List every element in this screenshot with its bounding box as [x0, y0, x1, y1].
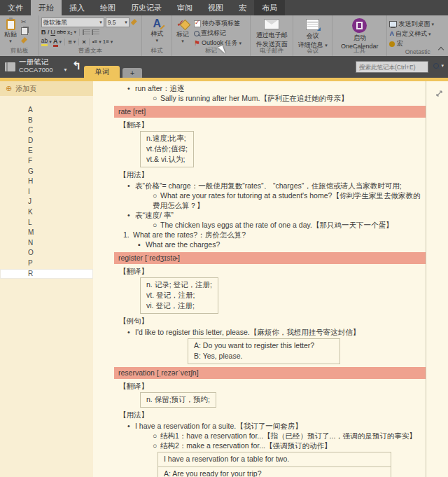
paragraph-align-icon[interactable]: ≡ — [68, 38, 72, 46]
basic-text-group-label: 普通文本 — [39, 47, 142, 55]
new-section-tab[interactable]: + — [122, 68, 142, 78]
underline-button[interactable]: U — [50, 28, 55, 36]
ribbon-tab[interactable]: 审阅 — [169, 0, 200, 15]
page-list-item[interactable]: F — [0, 156, 93, 167]
font-size-select[interactable]: 9.5▾ — [106, 18, 130, 27]
ribbon-tab[interactable]: 绘图 — [92, 0, 123, 15]
page-list-item[interactable]: I — [0, 187, 93, 198]
todo-checkbox-icon — [194, 20, 201, 27]
cut-icon[interactable]: ✂ — [21, 19, 28, 25]
search-scope-dropdown-icon[interactable]: ▾ — [441, 64, 444, 68]
chevron-down-icon[interactable]: ▾ — [74, 30, 77, 34]
content-bullet: ○The chicken lays eggs at the rate of on… — [153, 220, 426, 230]
bullet-list-icon[interactable]: •≡ — [92, 39, 97, 45]
back-navigation-icon[interactable]: ↰ — [72, 59, 81, 72]
page-list-item[interactable]: A — [0, 105, 93, 116]
tag-check-icon — [176, 19, 189, 30]
content-bullet: •I have a reservation for a suite.【我订了一间… — [127, 421, 426, 431]
ribbon-collapse-button[interactable] — [437, 46, 445, 53]
search-input[interactable] — [356, 61, 428, 73]
subscript-button[interactable]: x₂ — [67, 29, 73, 36]
page-list-item[interactable]: L — [0, 218, 93, 228]
bullet-text: I'd like to register this letter, please… — [135, 328, 360, 336]
note-container: •run after：追逐○Sally is running after her… — [114, 81, 426, 477]
page-list-item[interactable]: C — [0, 125, 93, 136]
content-box: A: Are you ready for your trip?B: I stil… — [158, 466, 391, 477]
copy-icon[interactable] — [21, 27, 28, 35]
page-list-item[interactable]: O — [0, 248, 93, 258]
macro-item[interactable]: 宏 — [389, 39, 434, 48]
increase-indent-icon[interactable] — [92, 29, 99, 35]
page-list-item[interactable]: E — [0, 146, 93, 156]
page-list-item[interactable]: B — [0, 116, 93, 126]
format-brush-icon[interactable] — [131, 19, 137, 25]
chevron-down-icon: ▾ — [155, 39, 158, 43]
section-tabs: 单词+ — [84, 66, 142, 78]
strikethrough-button[interactable]: abc — [57, 29, 66, 35]
page-list-item[interactable]: J — [0, 197, 93, 207]
page-list-item[interactable]: N — [0, 238, 93, 249]
ribbon-tab[interactable]: 视图 — [200, 0, 231, 15]
meeting-details-button[interactable]: 会议 详细信息 ▾ — [296, 18, 330, 50]
onecalendar-button[interactable]: 启动 OneCalendar — [339, 18, 381, 50]
custom-styles-item[interactable]: A 自定义样式 ▾ — [389, 29, 434, 39]
meeting-group: 会议 详细信息 ▾ 会议 — [293, 15, 332, 56]
page-list-item[interactable]: G — [0, 167, 93, 177]
page-list-item[interactable]: R — [0, 269, 93, 279]
send-to-desktop-item[interactable]: 发送到桌面 ▾ — [389, 20, 434, 29]
page-list-item[interactable]: P — [0, 258, 93, 269]
send-to-desktop-label: 发送到桌面 — [398, 20, 430, 29]
box-line: A: Do you want to register this letter? — [194, 340, 334, 351]
ribbon-tab[interactable]: 文件 — [0, 0, 31, 15]
content-box: n. 保留;预订，预约; — [140, 392, 216, 408]
box-line: B: Yes, please. — [194, 351, 334, 361]
word-header: rate [ret] — [114, 106, 426, 118]
page-list-item[interactable]: K — [0, 207, 93, 218]
page-list-item[interactable]: M — [0, 228, 93, 238]
font-color-button[interactable]: A — [53, 37, 58, 47]
content-bullet: ○结构2：make a reservation for...【强调预订的动作】 — [153, 441, 426, 450]
chevron-down-icon[interactable]: ▾ — [74, 40, 76, 44]
bold-button[interactable]: B — [41, 28, 46, 36]
box-line: A: Are you ready for your trip? — [164, 469, 385, 477]
italic-button[interactable]: I — [48, 28, 50, 36]
find-tags-item[interactable]: 查找标记 — [194, 29, 241, 38]
page-list-item[interactable]: D — [0, 136, 93, 146]
ribbon-tab[interactable]: 宏 — [231, 0, 254, 15]
chevron-down-icon[interactable]: ▾ — [49, 40, 52, 44]
ribbon-tab[interactable]: 插入 — [62, 0, 92, 15]
expand-diagonal-icon[interactable] — [435, 88, 443, 100]
note-content-area[interactable]: •run after：追逐○Sally is running after her… — [93, 81, 448, 477]
chevron-down-icon[interactable]: ▾ — [59, 40, 62, 44]
add-page-button[interactable]: ⊕ 添加页 — [0, 81, 93, 96]
highlight-button[interactable]: ab — [41, 37, 48, 46]
content-box: I have a reservation for a table for two… — [158, 452, 391, 467]
chevron-down-icon[interactable]: ▾ — [99, 40, 102, 44]
styles-button[interactable]: A 样式 ▾ — [148, 18, 165, 43]
ribbon-tab[interactable]: 历史记录 — [123, 0, 169, 15]
notebook-dropdown-icon[interactable]: ▼ — [63, 67, 68, 72]
decrease-indent-icon[interactable] — [83, 29, 90, 35]
todo-tag-item[interactable]: 待办事项标签 — [194, 19, 241, 28]
numbered-list-icon[interactable]: 1≡ — [103, 39, 109, 45]
section-tab[interactable]: 单词 — [84, 66, 120, 78]
search-icon[interactable] — [433, 63, 439, 69]
ribbon-tab[interactable]: 开始 — [31, 0, 62, 15]
format-painter-icon[interactable] — [21, 37, 27, 43]
page-list-item[interactable]: H — [0, 177, 93, 187]
notebook-title[interactable]: 一册笔记 — [19, 57, 48, 66]
bullet-marker: ○ — [153, 441, 160, 450]
email-group: 通过电子邮 件发送页面 电子邮件 — [251, 15, 293, 56]
font-name-select[interactable]: 微软雅黑▾ — [41, 18, 104, 27]
email-page-button[interactable]: 通过电子邮 件发送页面 — [254, 18, 290, 49]
content-bullet: ○What are your rates for tutoring at a s… — [153, 191, 426, 210]
bullet-marker: • — [127, 421, 135, 431]
meeting-label-line1: 会议 — [307, 32, 319, 41]
chevron-down-icon[interactable]: ▾ — [111, 40, 113, 44]
bullet-text: What are your rates for tutoring at a st… — [153, 191, 420, 209]
ribbon-tab[interactable]: 布局 — [254, 0, 285, 15]
clear-format-icon[interactable]: × — [82, 38, 86, 46]
tag-button[interactable]: 标记 ▾ — [174, 18, 191, 43]
notebook-subtitle[interactable]: COCA7000 — [19, 66, 53, 74]
paste-button[interactable]: 粘贴 ▾ — [2, 18, 19, 43]
